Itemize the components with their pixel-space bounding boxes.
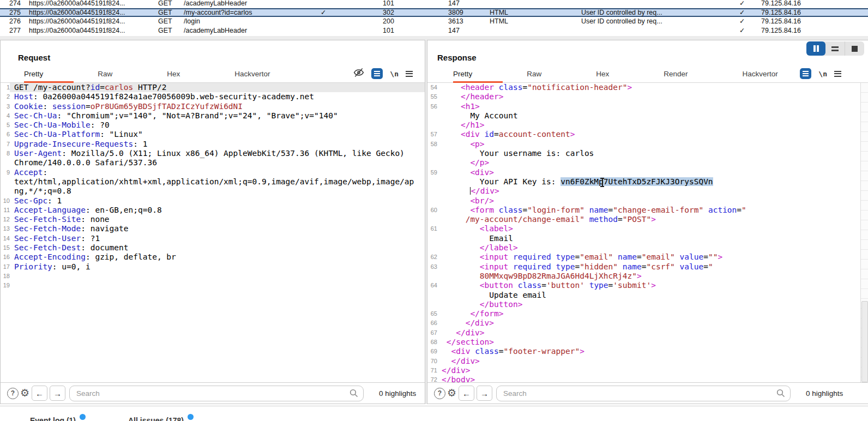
line-number: 72 (427, 375, 437, 383)
request-panel-title: Request (18, 53, 50, 62)
tab-raw[interactable]: Raw (527, 66, 572, 81)
line-number: 18 (1, 272, 10, 281)
tab-pretty[interactable]: Pretty (24, 66, 74, 83)
code-line: 6Sec-Ch-Ua-Platform: "Linux" (1, 130, 425, 139)
help-icon[interactable]: ? (434, 388, 445, 399)
cell-params (321, 0, 331, 8)
cell-ip: 79.125.84.16 (761, 8, 821, 17)
hide-highlights-icon[interactable] (353, 67, 364, 80)
cell-path: /academyLabHeader (184, 26, 317, 35)
event-log-tab[interactable]: Event log (1) (30, 414, 86, 421)
split-columns-button[interactable] (806, 41, 825, 56)
response-editor[interactable]: 54 <header class="notification-header">5… (427, 83, 861, 383)
response-scrollbar (860, 83, 868, 383)
scrollbar-thumb[interactable] (861, 301, 868, 382)
cell-method: GET (158, 17, 182, 26)
code-line: 65 </form> (427, 309, 861, 318)
code-line: ng,*/*;q=0.8 (1, 187, 425, 196)
search-icon (349, 389, 358, 399)
request-search-input[interactable] (69, 386, 364, 401)
history-row[interactable]: 275https://0a26000a0445191f824...GET/my-… (0, 8, 868, 17)
cell-method: GET (158, 8, 182, 17)
code-line: </button> (427, 300, 861, 309)
response-panel: Response PrettyRawHexRenderHackvertor \n… (427, 40, 868, 404)
nonprinting-chars-icon[interactable]: \n (390, 70, 399, 78)
tab-hex[interactable]: Hex (167, 66, 210, 81)
syntax-colors-icon[interactable] (371, 68, 383, 79)
tab-hackvertor[interactable]: Hackvertor (234, 66, 300, 81)
code-line: 56 <h1> (427, 102, 861, 111)
tab-render[interactable]: Render (664, 66, 718, 81)
cell-method: GET (158, 0, 182, 8)
prev-match-button[interactable]: ← (459, 386, 474, 401)
line-number: 56 (427, 102, 437, 111)
code-line: 17Priority: u=0, i (1, 262, 425, 272)
editor-menu-icon[interactable] (406, 71, 413, 77)
layout-view-controls (806, 41, 864, 56)
line-number: 57 (427, 130, 437, 139)
line-number (427, 177, 437, 187)
code-line: 19 (1, 281, 425, 290)
single-pane-icon (852, 46, 858, 52)
code-line: Update email (427, 291, 861, 300)
history-row[interactable]: 276https://0a26000a0445191f824...GET/log… (0, 17, 868, 26)
status-footer: Event log (1) All issues (178) (0, 404, 868, 421)
cell-mime (490, 26, 522, 35)
prev-match-button[interactable]: ← (32, 386, 47, 401)
line-number: 9 (1, 168, 10, 177)
history-row[interactable]: 274https://0a26000a0445191f824...GET/aca… (0, 0, 868, 8)
tab-pretty[interactable]: Pretty (453, 66, 503, 83)
cell-method: GET (158, 26, 182, 35)
tab-raw[interactable]: Raw (98, 66, 143, 81)
code-line: 69 <div class="footer-wrapper"> (427, 347, 861, 356)
code-line: <br/> (427, 196, 861, 206)
code-line: 13Sec-Fetch-Mode: navigate (1, 224, 425, 233)
cell-id: 277 (9, 26, 28, 35)
syntax-colors-icon[interactable] (800, 68, 811, 79)
cell-path: /academyLabHeader (184, 0, 317, 8)
cell-path: /login (184, 17, 317, 26)
split-rows-button[interactable] (825, 41, 845, 56)
history-row[interactable]: 277https://0a26000a0445191f824...GET/aca… (0, 26, 868, 35)
cell-mime: HTML (490, 8, 522, 17)
help-icon[interactable]: ? (7, 388, 19, 399)
code-line: 68 </section> (427, 338, 861, 347)
single-pane-button[interactable] (845, 41, 864, 56)
search-settings-gear-icon[interactable]: ⚙ (20, 388, 29, 399)
line-number: 69 (427, 347, 437, 356)
response-search-input[interactable] (496, 386, 791, 401)
next-match-button[interactable]: → (50, 386, 65, 401)
nonprinting-chars-icon[interactable]: \n (818, 70, 827, 78)
request-editor[interactable]: 1GET /my-account?id=carlos HTTP/22Host: … (1, 83, 425, 383)
tab-hackvertor[interactable]: Hackvertor (743, 66, 809, 81)
cell-id: 276 (9, 17, 28, 26)
line-number: 54 (427, 83, 437, 92)
cell-title (581, 26, 734, 35)
line-number: 13 (1, 224, 10, 233)
code-line: 3Cookie: session=oPr8UGm65yBDSjfTADzICzY… (1, 102, 425, 111)
rows-layout-icon (831, 46, 839, 51)
line-number (427, 121, 437, 130)
response-search-bar: ? ⚙ ← → 0 highlights (427, 382, 868, 404)
horizontal-splitter[interactable] (0, 36, 868, 40)
code-line: 66 </div> (427, 318, 861, 328)
event-log-badge-dot (80, 414, 86, 420)
code-line: Email (427, 234, 861, 243)
search-settings-gear-icon[interactable]: ⚙ (447, 388, 456, 399)
code-line: 62 <input required type="email" name="em… (427, 252, 861, 262)
cell-status: 101 (383, 0, 405, 8)
search-icon (776, 389, 785, 399)
line-number (1, 158, 10, 167)
all-issues-tab[interactable]: All issues (178) (128, 414, 194, 421)
next-match-button[interactable]: → (477, 386, 492, 401)
line-number (427, 111, 437, 121)
request-editor-icons: \n (353, 68, 413, 80)
line-number (1, 177, 10, 187)
tab-hex[interactable]: Hex (596, 66, 640, 81)
editor-menu-icon[interactable] (834, 71, 841, 77)
line-number: 2 (1, 92, 10, 101)
line-number (427, 300, 437, 309)
code-line: 12Sec-Fetch-Site: none (1, 215, 425, 224)
columns-layout-icon (813, 45, 819, 52)
code-line: 64 <button class='button' type='submit'> (427, 281, 861, 290)
